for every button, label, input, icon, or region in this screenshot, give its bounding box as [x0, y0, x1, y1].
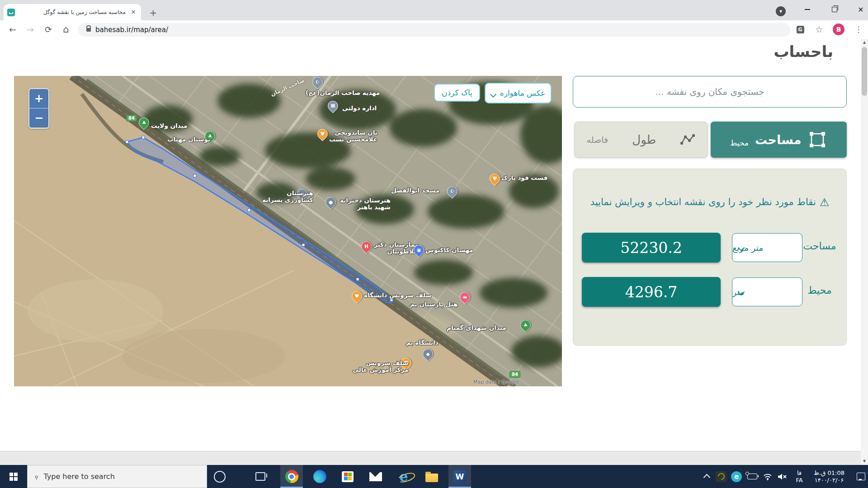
results-panel: ⚠نقاط مورد نظر خود را روی نقشه انتخاب و … — [573, 169, 847, 346]
taskbar-store[interactable] — [336, 465, 359, 488]
tab-length[interactable]: طول — [632, 133, 656, 146]
map-imagery — [14, 76, 562, 386]
tray-expand-button[interactable] — [700, 465, 713, 488]
forward-button[interactable]: → — [23, 22, 38, 37]
window-restore-button[interactable] — [824, 0, 845, 19]
start-button[interactable] — [0, 465, 27, 488]
browser-tab[interactable]: ب محاسبه مساحت زمین با نقشه گوگل ✕ — [4, 4, 141, 20]
taskbar-clock[interactable]: 01:08 ق.ظ ۱۴۰۰/۰۲/۰۶ — [808, 465, 850, 488]
tab-area-sublabel: محیط — [730, 138, 749, 147]
tray-eset[interactable]: e — [729, 465, 744, 488]
address-bar[interactable]: bahesab.ir/map/area/ — [78, 23, 790, 37]
battery-icon — [747, 474, 757, 479]
url-text: bahesab.ir/map/area/ — [95, 26, 168, 34]
tab-distance[interactable]: فاصله — [587, 135, 608, 145]
layer-select[interactable]: عکس ماهواره — [485, 83, 552, 103]
mail-icon — [369, 472, 382, 481]
home-button[interactable]: ⌂ — [58, 22, 74, 37]
taskbar-search[interactable]: ⌕ Type here to search — [27, 465, 207, 488]
polyline-icon — [680, 134, 695, 145]
cortana-icon — [214, 471, 226, 483]
clear-button[interactable]: پاک کردن — [434, 84, 480, 102]
tray-volume[interactable] — [775, 465, 790, 488]
perimeter-unit-select[interactable]: متر — [732, 277, 802, 306]
taskbar-ie[interactable]: e — [392, 465, 415, 488]
lock-icon — [86, 28, 91, 32]
polygon-area-icon — [807, 130, 827, 150]
tray-wifi[interactable] — [760, 465, 775, 488]
clock-time: 01:08 ق.ظ — [814, 469, 844, 477]
file-explorer-icon — [425, 474, 438, 482]
instruction-text: ⚠نقاط مورد نظر خود را روی نقشه انتخاب و … — [573, 195, 846, 208]
tray-battery[interactable] — [744, 465, 760, 488]
chevron-down-icon — [490, 91, 496, 98]
taskbar-chrome[interactable] — [280, 465, 303, 488]
zoom-in-button[interactable]: + — [29, 89, 48, 108]
taskbar-word[interactable]: W — [448, 465, 471, 488]
cortana-button[interactable] — [209, 465, 231, 488]
task-view-button[interactable] — [250, 465, 271, 488]
perimeter-label: محیط — [799, 285, 840, 296]
taskbar: ⌕ Type here to search e W e — [0, 465, 868, 488]
language-indicator[interactable]: فا FA — [790, 465, 808, 488]
taskbar-edge[interactable] — [308, 465, 331, 488]
warning-icon: ⚠ — [820, 196, 830, 209]
translate-icon[interactable]: G — [793, 23, 807, 36]
scroll-up-icon[interactable]: ▲ — [861, 39, 868, 46]
footer-strip — [0, 451, 861, 465]
browser-tabstrip: ب محاسبه مساحت زمین با نقشه گوگل ✕ + ▼ ✕ — [0, 0, 868, 20]
page-title: باحساب — [774, 42, 833, 61]
search-icon: ⌕ — [31, 472, 41, 481]
edge-icon — [313, 470, 326, 483]
perimeter-value: 4296.7 — [582, 277, 721, 307]
site-favicon-icon: ب — [7, 9, 15, 16]
windows-logo-icon — [9, 473, 18, 481]
eset-icon: e — [731, 471, 742, 482]
tab-area-selected[interactable]: مساحت محیط — [711, 122, 847, 158]
clock-date: ۱۴۰۰/۰۲/۰۶ — [815, 477, 844, 484]
window-minimize-button[interactable] — [797, 0, 818, 19]
tab-close-icon[interactable]: ✕ — [129, 8, 137, 16]
chevron-up-icon — [703, 474, 710, 481]
browser-menu-icon[interactable]: ⋮ — [852, 23, 865, 36]
page-content: باحساب طول فاصله مساحت محیط ⚠نقاط مو — [0, 39, 868, 465]
satellite-map[interactable]: ☪مهدیه صاحب الزمان(عج)Ⅲاداره دولتیΨنان س… — [14, 76, 562, 386]
zoom-out-button[interactable]: − — [29, 108, 48, 127]
word-icon: W — [453, 470, 466, 483]
scrollbar-thumb[interactable] — [862, 47, 867, 96]
tab-search-icon[interactable]: ▼ — [776, 6, 786, 16]
profile-avatar[interactable]: B — [832, 23, 845, 36]
map-zoom-control: + − — [28, 88, 49, 129]
scroll-down-icon[interactable]: ▼ — [861, 458, 868, 465]
area-label: مساحت — [799, 240, 840, 252]
action-center-button[interactable] — [854, 465, 868, 488]
tray-nvidia[interactable] — [713, 465, 729, 488]
volume-muted-icon — [778, 473, 788, 480]
wifi-icon — [763, 473, 772, 480]
screen: ب محاسبه مساحت زمین با نقشه گوگل ✕ + ▼ ✕… — [0, 0, 868, 488]
page-scrollbar[interactable]: ▲ ▼ — [861, 39, 868, 465]
tab-area-label: مساحت — [755, 133, 801, 147]
taskbar-mail[interactable] — [364, 465, 387, 488]
taskbar-explorer[interactable] — [420, 465, 443, 488]
area-unit-select[interactable]: متر مربع — [732, 233, 802, 262]
bookmark-star-icon[interactable]: ☆ — [812, 23, 826, 36]
window-close-button[interactable]: ✕ — [850, 0, 868, 19]
tab-title: محاسبه مساحت زمین با نقشه گوگل — [19, 9, 126, 15]
back-button[interactable]: ← — [5, 22, 20, 37]
map-attribution: Map data / Google — [473, 379, 519, 385]
store-icon — [342, 471, 354, 482]
mode-tab-group: طول فاصله — [574, 122, 708, 158]
nvidia-icon — [716, 471, 726, 482]
area-value: 52230.2 — [582, 233, 721, 263]
map-search-input[interactable] — [573, 76, 847, 108]
new-tab-button[interactable]: + — [147, 7, 159, 19]
notification-icon — [857, 473, 865, 480]
internet-explorer-icon: e — [399, 470, 408, 483]
chrome-icon — [285, 470, 298, 483]
task-view-icon — [255, 472, 265, 481]
reload-button[interactable]: ⟳ — [41, 22, 56, 37]
